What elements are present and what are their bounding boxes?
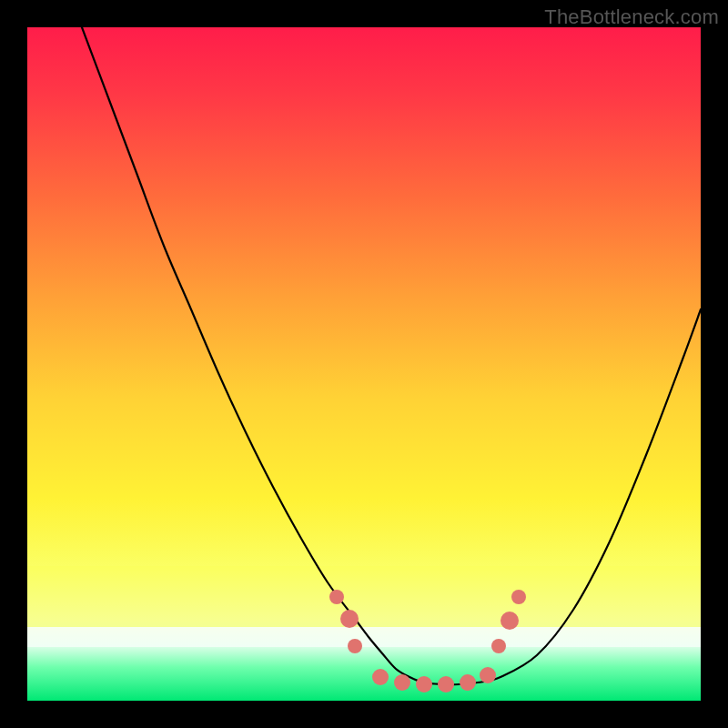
valley-dot	[491, 639, 506, 653]
valley-dot	[416, 676, 432, 693]
valley-dot	[340, 610, 359, 628]
valley-dot	[438, 676, 454, 693]
valley-dot	[329, 590, 344, 604]
bottleneck-curve	[82, 27, 701, 684]
valley-dot	[348, 639, 362, 653]
plot-area	[27, 27, 701, 701]
valley-dot	[460, 674, 476, 691]
valley-dot	[500, 612, 519, 630]
watermark-text: TheBottleneck.com	[544, 5, 719, 29]
valley-dot	[394, 674, 410, 691]
valley-dot	[480, 667, 496, 683]
curve-layer	[27, 27, 701, 701]
valley-dot	[511, 590, 526, 604]
valley-dots-group	[329, 590, 526, 693]
valley-dot	[372, 669, 389, 685]
